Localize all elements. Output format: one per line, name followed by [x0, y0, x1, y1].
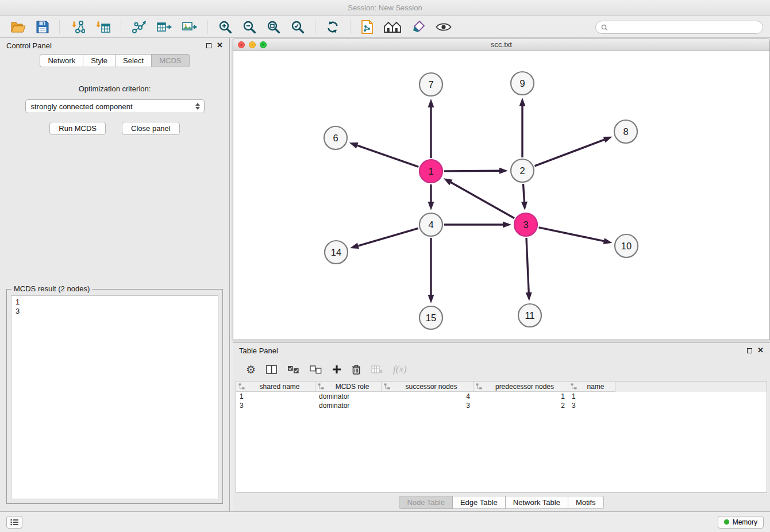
open-session-button[interactable]: [10, 20, 27, 34]
table-tab-network-table[interactable]: Network Table: [506, 496, 568, 509]
node-table-header: shared nameMCDS rolesuccessor nodesprede…: [236, 381, 767, 392]
zoom-selected-icon: [291, 20, 305, 34]
import-network-button[interactable]: [69, 19, 86, 35]
graph-node-15[interactable]: 15: [419, 306, 442, 329]
zoom-fit-button[interactable]: [265, 19, 282, 35]
import-table-icon: [95, 20, 110, 34]
select-all-icon: [287, 365, 299, 374]
table-tab-edge-table[interactable]: Edge Table: [453, 496, 506, 509]
search-input[interactable]: [611, 24, 757, 32]
graph-node-10[interactable]: 10: [615, 234, 638, 257]
paint-style-button[interactable]: [410, 19, 426, 35]
optimization-criterion-label: Optimization criterion:: [5, 84, 224, 93]
close-control-panel-icon[interactable]: ✕: [217, 43, 223, 48]
graph-node-7[interactable]: 7: [419, 73, 442, 96]
table-row[interactable]: 1dominator411: [236, 392, 767, 401]
graph-edge-arrow: [350, 243, 359, 249]
zoom-out-button[interactable]: [241, 19, 257, 35]
network-graph: 7968124314101511: [233, 51, 769, 340]
delete-table-button[interactable]: [371, 365, 383, 374]
column-header-predecessor-nodes[interactable]: predecessor nodes: [473, 381, 568, 392]
float-control-panel-icon[interactable]: [206, 43, 211, 48]
column-header-mcds-role[interactable]: MCDS role: [315, 381, 382, 392]
export-table-button[interactable]: [156, 19, 173, 35]
titlebar: Session: New Session: [0, 0, 770, 16]
memory-button[interactable]: Memory: [718, 516, 764, 529]
toolbar-separator: [207, 20, 208, 34]
apply-layout-button[interactable]: [325, 19, 341, 35]
graph-edge-arrow: [519, 98, 526, 106]
graph-node-3[interactable]: 3: [514, 213, 537, 236]
optimization-criterion-select[interactable]: strongly connected component: [25, 99, 205, 113]
graph-node-6[interactable]: 6: [324, 126, 347, 149]
graph-node-4[interactable]: 4: [419, 213, 442, 236]
graph-edge[interactable]: [526, 238, 529, 292]
status-menu-button[interactable]: [6, 516, 22, 529]
create-column-button[interactable]: [332, 365, 341, 374]
control-panel: Control Panel ✕ NetworkStyleSelectMCDS O…: [0, 38, 230, 511]
window-title: Session: New Session: [348, 3, 422, 12]
export-network-button[interactable]: [130, 19, 148, 35]
graph-node-8[interactable]: 8: [614, 120, 637, 143]
tab-network[interactable]: Network: [40, 54, 83, 67]
graph-edge[interactable]: [451, 183, 514, 218]
graph-node-11[interactable]: 11: [518, 304, 541, 327]
minimize-window-button[interactable]: −: [249, 41, 256, 48]
table-cell: 3: [236, 402, 315, 410]
delete-column-button[interactable]: [352, 364, 361, 375]
function-builder-button[interactable]: f(x): [393, 364, 407, 375]
svg-text:15: 15: [426, 313, 436, 323]
graph-node-2[interactable]: 2: [511, 159, 534, 182]
graph-edge[interactable]: [357, 145, 419, 167]
run-mcds-button[interactable]: Run MCDS: [49, 122, 106, 135]
column-header-shared-name[interactable]: shared name: [236, 381, 315, 392]
zoom-in-button[interactable]: [217, 19, 233, 35]
close-window-button[interactable]: ×: [238, 41, 245, 48]
tab-select[interactable]: Select: [116, 54, 152, 67]
show-graphics-button[interactable]: [434, 21, 453, 33]
first-neighbors-button[interactable]: [383, 20, 402, 34]
graph-edge[interactable]: [444, 171, 499, 171]
table-settings-button[interactable]: ⚙: [246, 364, 256, 375]
graph-edge[interactable]: [535, 140, 605, 166]
select-all-columns-button[interactable]: [287, 365, 299, 374]
tab-mcds[interactable]: MCDS: [152, 54, 189, 67]
graph-node-1[interactable]: 1: [419, 160, 442, 183]
memory-status-icon: [724, 519, 729, 525]
table-tab-motifs[interactable]: Motifs: [568, 496, 604, 509]
eye-icon: [436, 22, 452, 32]
zoom-selected-button[interactable]: [290, 19, 306, 35]
table-tab-node-table[interactable]: Node Table: [399, 496, 453, 509]
mcds-result-line: 1: [16, 298, 214, 307]
mcds-result-list[interactable]: 13: [11, 295, 218, 499]
graph-edge[interactable]: [539, 228, 604, 241]
plus-icon: [332, 365, 341, 374]
deselect-all-columns-button[interactable]: [310, 365, 322, 374]
table-panel-header: Table Panel ✕: [233, 343, 770, 358]
graph-edge[interactable]: [523, 184, 525, 202]
graph-edge[interactable]: [358, 228, 418, 245]
svg-text:10: 10: [621, 241, 632, 251]
import-table-button[interactable]: [94, 19, 111, 35]
column-header-successor-nodes[interactable]: successor nodes: [382, 381, 473, 392]
zoom-window-button[interactable]: +: [260, 41, 267, 48]
main-toolbar: [0, 16, 770, 38]
close-table-panel-icon[interactable]: ✕: [757, 348, 764, 353]
export-image-button[interactable]: [181, 19, 198, 35]
column-header-name[interactable]: name: [568, 381, 615, 392]
tab-style[interactable]: Style: [83, 54, 116, 67]
table-cell: 2: [473, 402, 568, 410]
network-window-titlebar: × − + scc.txt: [233, 38, 769, 51]
copy-style-button[interactable]: [360, 19, 375, 35]
table-row[interactable]: 3dominator323: [236, 401, 767, 410]
svg-text:4: 4: [428, 219, 433, 230]
float-table-panel-icon[interactable]: [747, 348, 752, 353]
save-session-button[interactable]: [35, 20, 50, 34]
close-panel-button[interactable]: Close panel: [122, 122, 180, 135]
first-neighbors-icon: [384, 21, 401, 33]
graph-node-14[interactable]: 14: [325, 241, 348, 264]
network-canvas[interactable]: 7968124314101511: [233, 51, 769, 340]
show-columns-button[interactable]: [266, 365, 277, 374]
graph-node-9[interactable]: 9: [511, 72, 534, 95]
graph-edge-arrow: [428, 202, 434, 210]
